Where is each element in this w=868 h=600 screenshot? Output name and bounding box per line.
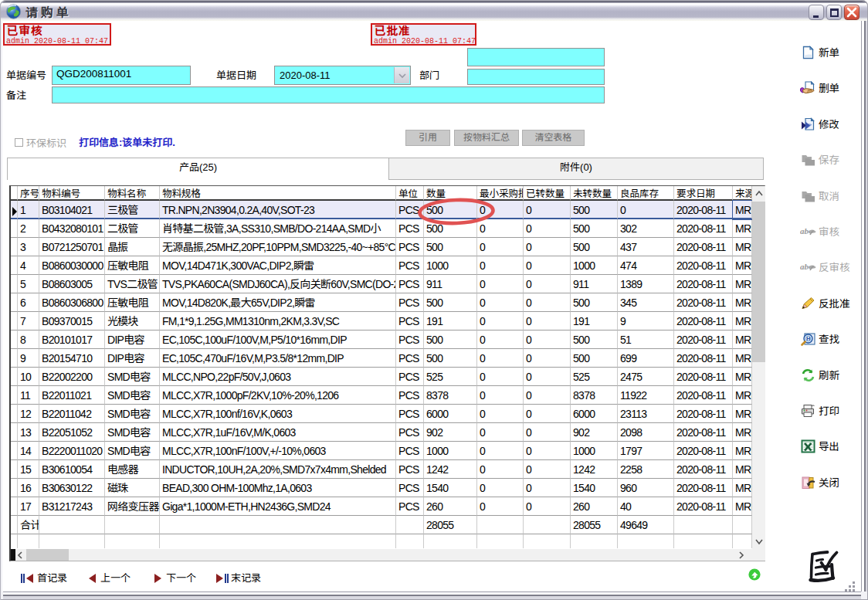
svg-text:ab: ab: [800, 226, 809, 236]
svg-text:H: H: [806, 336, 810, 341]
svg-text:ab: ab: [800, 262, 809, 271]
